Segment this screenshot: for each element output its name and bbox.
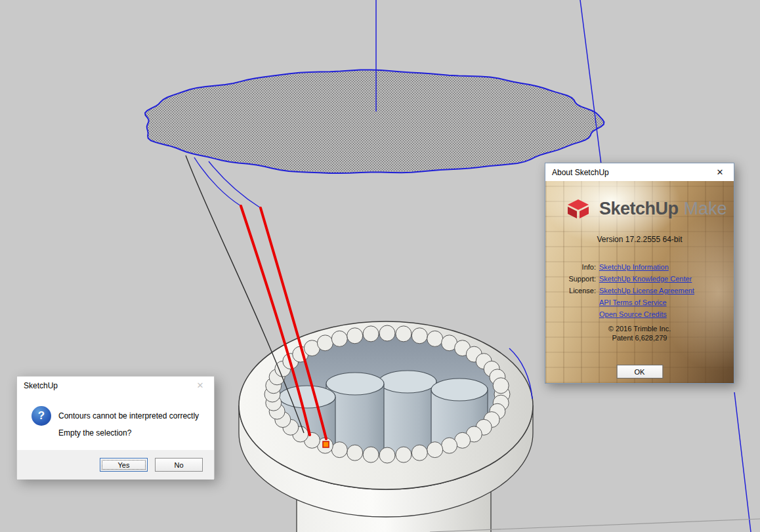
question-icon: ? — [32, 406, 51, 426]
blue-axis-line-bottom-right — [734, 392, 751, 532]
copyright-block: © 2016 Trimble Inc. Patent 6,628,279 — [545, 324, 734, 342]
selected-curve-upper-1[interactable] — [194, 157, 241, 206]
brand-row: SketchUpMake — [564, 194, 727, 223]
sketchup-logo-icon — [564, 194, 593, 223]
message-titlebar[interactable]: SketchUp ✕ — [17, 377, 214, 394]
blue-axis-line-right — [580, 0, 602, 169]
message-line-1: Contours cannot be interpreted correctly — [58, 411, 199, 420]
close-icon: ✕ — [186, 377, 214, 394]
selected-face[interactable] — [145, 70, 604, 173]
selected-curve-upper-2[interactable] — [209, 161, 261, 208]
message-button-row: Yes No — [17, 450, 214, 480]
message-title: SketchUp — [24, 381, 58, 390]
open-source-credits-link[interactable]: Open Source Credits — [599, 310, 667, 318]
cylinder-model[interactable] — [239, 321, 533, 532]
message-line-2: Empty the selection? — [58, 428, 131, 438]
no-button[interactable]: No — [155, 458, 203, 472]
api-terms-link[interactable]: API Terms of Service — [599, 298, 667, 306]
yes-button[interactable]: Yes — [100, 458, 148, 472]
brand-suffix: Make — [684, 199, 727, 218]
brand-name: SketchUp — [599, 199, 679, 218]
info-label: Info: — [545, 263, 599, 271]
about-sketchup-dialog: About SketchUp ✕ SketchUpMake Version 17… — [545, 163, 734, 384]
support-link[interactable]: SketchUp Knowledge Center — [599, 275, 692, 283]
about-title: About SketchUp — [552, 168, 609, 177]
support-label: Support: — [545, 275, 599, 283]
info-link[interactable]: SketchUp Information — [599, 263, 669, 271]
version-text: Version 17.2.2555 64-bit — [545, 235, 734, 244]
about-links: Info: SketchUp Information Support: Sket… — [545, 261, 734, 320]
license-link[interactable]: SketchUp License Agreement — [599, 287, 694, 295]
about-titlebar[interactable]: About SketchUp ✕ — [545, 163, 734, 181]
curve-endpoint-marker[interactable] — [323, 441, 329, 447]
sketchup-message-dialog: SketchUp ✕ ? Contours cannot be interpre… — [16, 376, 215, 479]
copyright-text: © 2016 Trimble Inc. — [545, 324, 734, 333]
patent-text: Patent 6,628,279 — [545, 333, 734, 342]
close-icon[interactable]: ✕ — [706, 163, 734, 181]
ok-button[interactable]: OK — [616, 365, 663, 379]
license-label: License: — [545, 287, 599, 295]
